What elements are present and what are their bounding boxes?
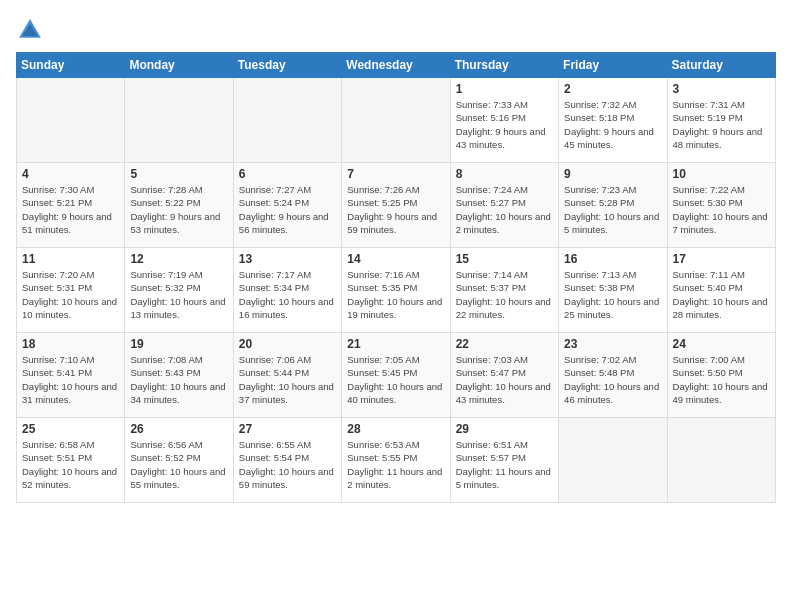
day-number: 5: [130, 167, 227, 181]
calendar-cell: 19Sunrise: 7:08 AMSunset: 5:43 PMDayligh…: [125, 333, 233, 418]
day-info: Sunrise: 7:27 AMSunset: 5:24 PMDaylight:…: [239, 183, 336, 236]
day-number: 23: [564, 337, 661, 351]
day-info: Sunrise: 7:16 AMSunset: 5:35 PMDaylight:…: [347, 268, 444, 321]
day-number: 15: [456, 252, 553, 266]
calendar-cell: 10Sunrise: 7:22 AMSunset: 5:30 PMDayligh…: [667, 163, 775, 248]
calendar-table: SundayMondayTuesdayWednesdayThursdayFrid…: [16, 52, 776, 503]
day-number: 21: [347, 337, 444, 351]
calendar-cell: 28Sunrise: 6:53 AMSunset: 5:55 PMDayligh…: [342, 418, 450, 503]
day-number: 4: [22, 167, 119, 181]
day-info: Sunrise: 7:19 AMSunset: 5:32 PMDaylight:…: [130, 268, 227, 321]
logo: [16, 16, 48, 44]
day-info: Sunrise: 7:00 AMSunset: 5:50 PMDaylight:…: [673, 353, 770, 406]
day-info: Sunrise: 7:28 AMSunset: 5:22 PMDaylight:…: [130, 183, 227, 236]
page-header: [16, 16, 776, 44]
calendar-week-row: 1Sunrise: 7:33 AMSunset: 5:16 PMDaylight…: [17, 78, 776, 163]
day-info: Sunrise: 7:11 AMSunset: 5:40 PMDaylight:…: [673, 268, 770, 321]
day-number: 22: [456, 337, 553, 351]
day-number: 27: [239, 422, 336, 436]
day-info: Sunrise: 7:26 AMSunset: 5:25 PMDaylight:…: [347, 183, 444, 236]
calendar-week-row: 4Sunrise: 7:30 AMSunset: 5:21 PMDaylight…: [17, 163, 776, 248]
calendar-cell: [342, 78, 450, 163]
weekday-header-row: SundayMondayTuesdayWednesdayThursdayFrid…: [17, 53, 776, 78]
day-number: 14: [347, 252, 444, 266]
calendar-cell: 12Sunrise: 7:19 AMSunset: 5:32 PMDayligh…: [125, 248, 233, 333]
day-number: 9: [564, 167, 661, 181]
day-number: 24: [673, 337, 770, 351]
calendar-cell: 15Sunrise: 7:14 AMSunset: 5:37 PMDayligh…: [450, 248, 558, 333]
day-info: Sunrise: 7:33 AMSunset: 5:16 PMDaylight:…: [456, 98, 553, 151]
calendar-cell: 8Sunrise: 7:24 AMSunset: 5:27 PMDaylight…: [450, 163, 558, 248]
calendar-cell: 26Sunrise: 6:56 AMSunset: 5:52 PMDayligh…: [125, 418, 233, 503]
calendar-week-row: 18Sunrise: 7:10 AMSunset: 5:41 PMDayligh…: [17, 333, 776, 418]
day-number: 1: [456, 82, 553, 96]
calendar-cell: [233, 78, 341, 163]
calendar-cell: 27Sunrise: 6:55 AMSunset: 5:54 PMDayligh…: [233, 418, 341, 503]
day-info: Sunrise: 7:23 AMSunset: 5:28 PMDaylight:…: [564, 183, 661, 236]
calendar-cell: 2Sunrise: 7:32 AMSunset: 5:18 PMDaylight…: [559, 78, 667, 163]
calendar-cell: 18Sunrise: 7:10 AMSunset: 5:41 PMDayligh…: [17, 333, 125, 418]
calendar-cell: 11Sunrise: 7:20 AMSunset: 5:31 PMDayligh…: [17, 248, 125, 333]
day-info: Sunrise: 7:08 AMSunset: 5:43 PMDaylight:…: [130, 353, 227, 406]
day-info: Sunrise: 6:58 AMSunset: 5:51 PMDaylight:…: [22, 438, 119, 491]
day-number: 10: [673, 167, 770, 181]
day-number: 6: [239, 167, 336, 181]
day-info: Sunrise: 7:14 AMSunset: 5:37 PMDaylight:…: [456, 268, 553, 321]
day-info: Sunrise: 7:03 AMSunset: 5:47 PMDaylight:…: [456, 353, 553, 406]
weekday-header-saturday: Saturday: [667, 53, 775, 78]
day-info: Sunrise: 7:10 AMSunset: 5:41 PMDaylight:…: [22, 353, 119, 406]
day-number: 20: [239, 337, 336, 351]
day-number: 8: [456, 167, 553, 181]
day-info: Sunrise: 6:56 AMSunset: 5:52 PMDaylight:…: [130, 438, 227, 491]
calendar-cell: [667, 418, 775, 503]
day-info: Sunrise: 7:02 AMSunset: 5:48 PMDaylight:…: [564, 353, 661, 406]
weekday-header-monday: Monday: [125, 53, 233, 78]
day-info: Sunrise: 7:22 AMSunset: 5:30 PMDaylight:…: [673, 183, 770, 236]
calendar-cell: 1Sunrise: 7:33 AMSunset: 5:16 PMDaylight…: [450, 78, 558, 163]
calendar-cell: [559, 418, 667, 503]
day-info: Sunrise: 7:13 AMSunset: 5:38 PMDaylight:…: [564, 268, 661, 321]
calendar-cell: 24Sunrise: 7:00 AMSunset: 5:50 PMDayligh…: [667, 333, 775, 418]
calendar-cell: [125, 78, 233, 163]
calendar-cell: 17Sunrise: 7:11 AMSunset: 5:40 PMDayligh…: [667, 248, 775, 333]
day-number: 25: [22, 422, 119, 436]
weekday-header-sunday: Sunday: [17, 53, 125, 78]
day-info: Sunrise: 7:24 AMSunset: 5:27 PMDaylight:…: [456, 183, 553, 236]
weekday-header-thursday: Thursday: [450, 53, 558, 78]
day-number: 13: [239, 252, 336, 266]
calendar-cell: [17, 78, 125, 163]
day-info: Sunrise: 7:06 AMSunset: 5:44 PMDaylight:…: [239, 353, 336, 406]
calendar-cell: 21Sunrise: 7:05 AMSunset: 5:45 PMDayligh…: [342, 333, 450, 418]
calendar-cell: 16Sunrise: 7:13 AMSunset: 5:38 PMDayligh…: [559, 248, 667, 333]
day-info: Sunrise: 6:53 AMSunset: 5:55 PMDaylight:…: [347, 438, 444, 491]
calendar-week-row: 11Sunrise: 7:20 AMSunset: 5:31 PMDayligh…: [17, 248, 776, 333]
day-number: 7: [347, 167, 444, 181]
calendar-week-row: 25Sunrise: 6:58 AMSunset: 5:51 PMDayligh…: [17, 418, 776, 503]
day-info: Sunrise: 7:31 AMSunset: 5:19 PMDaylight:…: [673, 98, 770, 151]
calendar-cell: 6Sunrise: 7:27 AMSunset: 5:24 PMDaylight…: [233, 163, 341, 248]
day-info: Sunrise: 6:51 AMSunset: 5:57 PMDaylight:…: [456, 438, 553, 491]
calendar-cell: 14Sunrise: 7:16 AMSunset: 5:35 PMDayligh…: [342, 248, 450, 333]
calendar-cell: 29Sunrise: 6:51 AMSunset: 5:57 PMDayligh…: [450, 418, 558, 503]
day-number: 19: [130, 337, 227, 351]
weekday-header-friday: Friday: [559, 53, 667, 78]
calendar-cell: 4Sunrise: 7:30 AMSunset: 5:21 PMDaylight…: [17, 163, 125, 248]
calendar-cell: 3Sunrise: 7:31 AMSunset: 5:19 PMDaylight…: [667, 78, 775, 163]
logo-icon: [16, 16, 44, 44]
day-info: Sunrise: 7:30 AMSunset: 5:21 PMDaylight:…: [22, 183, 119, 236]
day-number: 11: [22, 252, 119, 266]
calendar-cell: 22Sunrise: 7:03 AMSunset: 5:47 PMDayligh…: [450, 333, 558, 418]
day-info: Sunrise: 7:20 AMSunset: 5:31 PMDaylight:…: [22, 268, 119, 321]
day-info: Sunrise: 6:55 AMSunset: 5:54 PMDaylight:…: [239, 438, 336, 491]
weekday-header-tuesday: Tuesday: [233, 53, 341, 78]
day-info: Sunrise: 7:17 AMSunset: 5:34 PMDaylight:…: [239, 268, 336, 321]
calendar-cell: 25Sunrise: 6:58 AMSunset: 5:51 PMDayligh…: [17, 418, 125, 503]
day-number: 29: [456, 422, 553, 436]
day-number: 26: [130, 422, 227, 436]
calendar-cell: 23Sunrise: 7:02 AMSunset: 5:48 PMDayligh…: [559, 333, 667, 418]
calendar-cell: 13Sunrise: 7:17 AMSunset: 5:34 PMDayligh…: [233, 248, 341, 333]
calendar-cell: 7Sunrise: 7:26 AMSunset: 5:25 PMDaylight…: [342, 163, 450, 248]
weekday-header-wednesday: Wednesday: [342, 53, 450, 78]
day-number: 16: [564, 252, 661, 266]
calendar-cell: 5Sunrise: 7:28 AMSunset: 5:22 PMDaylight…: [125, 163, 233, 248]
